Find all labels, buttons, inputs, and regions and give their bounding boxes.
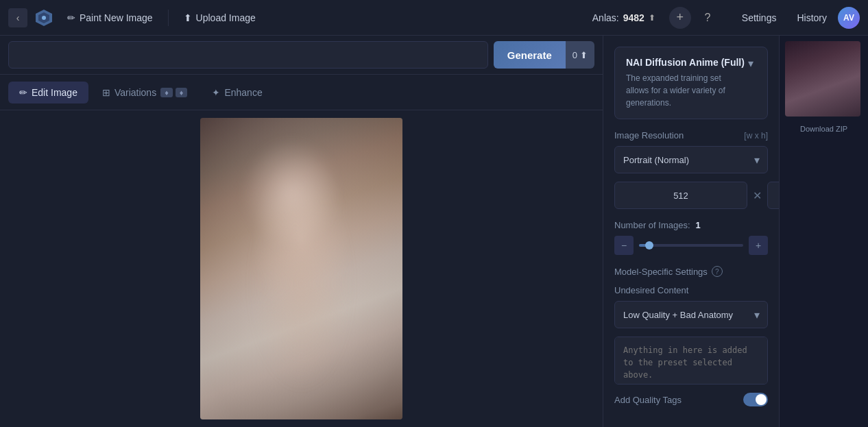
- info-icon[interactable]: ?: [712, 266, 723, 277]
- paint-new-image-label: Paint New Image: [80, 12, 153, 23]
- history-thumb-image: [785, 41, 860, 117]
- dims-row: ✕: [614, 182, 768, 209]
- num-images-label: Number of Images:: [614, 220, 690, 230]
- prompt-input[interactable]: [8, 41, 488, 69]
- edit-image-label: Edit Image: [32, 87, 77, 98]
- history-panel: Download ZIP: [779, 36, 868, 427]
- back-button[interactable]: ‹: [8, 8, 27, 27]
- anlas-value: 9482: [623, 12, 644, 23]
- quality-tags-label: Add Quality Tags: [614, 395, 682, 405]
- tab-variations[interactable]: ⊞ Variations ♦ ♦: [91, 82, 198, 103]
- svg-point-2: [42, 16, 46, 20]
- generate-btn-container: Generate 0 ⬆: [494, 41, 594, 69]
- model-card-header: NAI Diffusion Anime (Full) The expanded …: [626, 57, 756, 109]
- history-thumbnail[interactable]: [785, 41, 860, 117]
- paint-new-image-button[interactable]: ✏ Paint New Image: [60, 8, 160, 27]
- x-separator: ✕: [753, 189, 762, 202]
- num-images-slider-track: [639, 244, 743, 247]
- tab-badge-1: ♦: [160, 88, 173, 97]
- top-nav: ‹ ✏ Paint New Image ⬆ Upload Image Anlas…: [0, 0, 868, 36]
- settings-button[interactable]: Settings: [732, 8, 786, 27]
- pencil-icon: ✏: [67, 12, 75, 23]
- tab-badge-2: ♦: [176, 88, 188, 97]
- enhance-label: Enhance: [224, 87, 262, 98]
- edit-icon: ✏: [19, 87, 27, 98]
- undesired-content-textarea[interactable]: [614, 337, 768, 385]
- upload-icon: ⬆: [184, 12, 192, 23]
- model-expand-button[interactable]: ▾: [745, 57, 756, 70]
- tabs-row: ✏ Edit Image ⊞ Variations ♦ ♦ ✦ Enhance: [0, 75, 603, 110]
- generate-cost[interactable]: 0 ⬆: [566, 41, 594, 69]
- model-specific-label: Model-Specific Settings: [614, 267, 708, 277]
- image-area: [0, 110, 603, 427]
- cost-value: 0: [572, 50, 577, 60]
- model-title: NAI Diffusion Anime (Full): [626, 57, 745, 68]
- num-images-value: 1: [696, 220, 701, 230]
- upload-image-label: Upload Image: [196, 12, 256, 23]
- variations-label: Variations: [114, 87, 156, 98]
- resolution-select[interactable]: Portrait (Normal): [614, 146, 768, 173]
- nav-divider: [168, 10, 169, 26]
- add-anlas-button[interactable]: +: [669, 7, 691, 29]
- help-button[interactable]: ?: [697, 7, 719, 29]
- toggle-track[interactable]: [743, 393, 768, 406]
- quality-tags-row: Add Quality Tags: [614, 393, 768, 406]
- model-info: NAI Diffusion Anime (Full) The expanded …: [626, 57, 745, 109]
- portrait-select-wrapper: Portrait (Normal): [614, 146, 768, 173]
- height-input[interactable]: [767, 182, 779, 209]
- width-input[interactable]: [614, 182, 747, 209]
- upload-image-button[interactable]: ⬆ Upload Image: [177, 8, 263, 27]
- toggle-thumb: [756, 394, 767, 405]
- tab-edit-image[interactable]: ✏ Edit Image: [8, 82, 88, 103]
- avatar[interactable]: AV: [838, 7, 860, 29]
- variations-icon: ⊞: [102, 87, 110, 98]
- num-increase-button[interactable]: +: [749, 236, 768, 255]
- undesired-content-select[interactable]: Low Quality + Bad Anatomy: [614, 301, 768, 328]
- anlas-display: Anlas: 9482 ⬆: [592, 12, 655, 23]
- main-image: [200, 118, 402, 419]
- enhance-icon: ✦: [212, 87, 220, 98]
- anlas-icon: ⬆: [649, 13, 655, 23]
- resolution-label: Image Resolution: [614, 130, 684, 141]
- model-specific-section: Model-Specific Settings ?: [614, 266, 768, 277]
- download-zip-button[interactable]: Download ZIP: [785, 122, 863, 136]
- left-panel: Generate 0 ⬆ ✏ Edit Image ⊞ Variations ♦…: [0, 36, 603, 427]
- num-decrease-button[interactable]: −: [614, 236, 634, 255]
- undesired-label: Undesired Content: [614, 285, 768, 295]
- anlas-label: Anlas:: [592, 12, 619, 23]
- undesired-select-wrapper: Low Quality + Bad Anatomy: [614, 301, 768, 328]
- generate-button[interactable]: Generate: [494, 41, 566, 69]
- history-label: History: [797, 12, 827, 23]
- main-layout: Generate 0 ⬆ ✏ Edit Image ⊞ Variations ♦…: [0, 36, 868, 427]
- nav-logo: [33, 7, 55, 29]
- model-description: The expanded training set allows for a w…: [626, 72, 745, 109]
- resolution-section: Image Resolution [w x h]: [614, 130, 768, 141]
- num-images-section: Number of Images: 1 − +: [614, 220, 768, 255]
- right-panel: NAI Diffusion Anime (Full) The expanded …: [603, 36, 779, 427]
- num-images-slider-thumb[interactable]: [645, 241, 653, 249]
- tab-badges: ♦ ♦: [160, 88, 187, 97]
- resolution-dims: [w x h]: [744, 131, 768, 141]
- quality-tags-toggle[interactable]: [743, 393, 768, 406]
- cost-icon: ⬆: [580, 50, 588, 60]
- prompt-area: Generate 0 ⬆: [0, 36, 603, 75]
- model-card: NAI Diffusion Anime (Full) The expanded …: [614, 47, 768, 119]
- tab-enhance[interactable]: ✦ Enhance: [201, 82, 273, 103]
